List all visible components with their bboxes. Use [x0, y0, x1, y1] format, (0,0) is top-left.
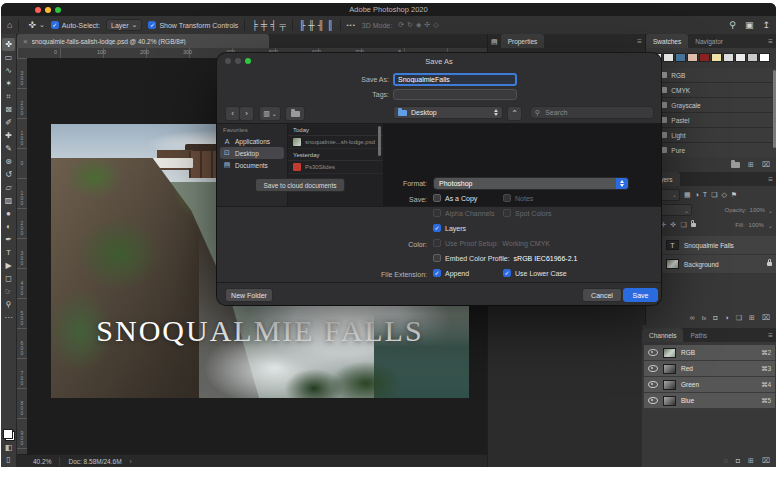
- layer-row-background[interactable]: Background: [646, 255, 776, 274]
- trash-icon[interactable]: ⌧: [762, 161, 770, 169]
- distribute-vertical-icon[interactable]: ║: [327, 21, 333, 30]
- load-selection-icon[interactable]: ◌: [724, 457, 728, 464]
- tab-channels[interactable]: Channels: [642, 328, 683, 342]
- chevron-down-icon[interactable]: ⌄: [768, 222, 773, 229]
- lock-all-icon[interactable]: [691, 223, 696, 227]
- swatch-group-light[interactable]: ›Light: [646, 128, 776, 143]
- back-button[interactable]: ‹: [225, 106, 240, 121]
- tab-navigator[interactable]: Navigator: [688, 34, 730, 48]
- visibility-eye-icon[interactable]: [648, 365, 658, 372]
- close-tab-icon[interactable]: ×: [23, 37, 28, 46]
- use-lower-case-checkbox[interactable]: ✓ Use Lower Case: [503, 269, 567, 277]
- color-swatch[interactable]: [759, 53, 770, 62]
- color-swatch[interactable]: [675, 53, 686, 62]
- layers-checkbox[interactable]: ✓ Layers: [433, 224, 466, 232]
- sidebar-item-applications[interactable]: A Applications: [220, 135, 284, 147]
- color-swatch[interactable]: [711, 53, 722, 62]
- save-to-cloud-button[interactable]: Save to cloud documents: [255, 178, 345, 192]
- filter-pixel-icon[interactable]: ▦: [684, 191, 691, 199]
- swatch-group-cmyk[interactable]: ›CMYK: [646, 83, 776, 98]
- color-swatch[interactable]: [747, 53, 758, 62]
- filter-smart-icon[interactable]: ◇: [721, 191, 726, 199]
- panel-menu-icon[interactable]: ≡: [768, 37, 773, 46]
- fill-value[interactable]: 100%: [749, 222, 764, 228]
- tab-paths[interactable]: Paths: [683, 328, 714, 342]
- save-button[interactable]: Save: [623, 288, 658, 302]
- color-swatch[interactable]: [687, 53, 698, 62]
- new-group-folder-icon[interactable]: [731, 162, 740, 168]
- new-group-icon[interactable]: ❏: [736, 314, 742, 322]
- visibility-eye-icon[interactable]: [648, 381, 658, 388]
- append-checkbox[interactable]: ✓ Append: [433, 269, 469, 277]
- color-swatch[interactable]: [699, 53, 710, 62]
- lock-artboard-icon[interactable]: ❏: [680, 221, 686, 229]
- search-field[interactable]: ⚲: [530, 106, 654, 119]
- link-layers-icon[interactable]: ∞: [690, 314, 695, 321]
- document-tab[interactable]: × snoqualmie-falls-salish-lodge.psd @ 40…: [17, 34, 269, 48]
- share-icon[interactable]: ↥: [762, 21, 770, 30]
- up-folder-button[interactable]: ⌃: [507, 106, 522, 121]
- new-layer-icon[interactable]: ⊞: [749, 314, 755, 322]
- layer-effects-icon[interactable]: fx: [702, 315, 707, 321]
- tool-crop[interactable]: ⌗: [2, 90, 15, 103]
- trash-icon[interactable]: ⌧: [762, 457, 770, 465]
- lock-position-icon[interactable]: ✜: [671, 221, 677, 229]
- zoom-level[interactable]: 40.2%: [33, 458, 51, 465]
- swatch-group-rgb[interactable]: ›RGB: [646, 68, 776, 83]
- tool-clone-stamp[interactable]: ⊛: [2, 155, 15, 168]
- edit-toolbar-icon[interactable]: ⋯: [2, 311, 15, 324]
- adjustment-layer-icon[interactable]: ◑: [725, 314, 729, 321]
- tags-input[interactable]: [393, 89, 517, 100]
- workspace-icon[interactable]: ▣: [745, 21, 754, 30]
- tool-shape[interactable]: ◻: [2, 272, 15, 285]
- tool-blur[interactable]: ●: [2, 207, 15, 220]
- new-folder-button[interactable]: New Folder: [225, 288, 273, 302]
- forward-button[interactable]: ›: [239, 106, 254, 121]
- channel-row-red[interactable]: Red ⌘3: [644, 361, 775, 377]
- tool-type[interactable]: T: [2, 246, 15, 259]
- tool-move[interactable]: ✜: [2, 38, 15, 51]
- folder-action-button[interactable]: [285, 106, 305, 121]
- cancel-button[interactable]: Cancel: [582, 288, 622, 302]
- home-icon[interactable]: ⌂: [7, 21, 12, 30]
- show-transform-checkbox[interactable]: ✓ Show Transform Controls: [148, 21, 238, 29]
- tool-dodge[interactable]: ◐: [2, 220, 15, 233]
- color-swatch[interactable]: [735, 53, 746, 62]
- tool-history-brush[interactable]: ↺: [2, 168, 15, 181]
- scrollbar[interactable]: [773, 70, 776, 148]
- color-swatch[interactable]: [723, 53, 734, 62]
- tool-eyedropper[interactable]: ✐: [2, 116, 15, 129]
- foreground-color-swatch[interactable]: [3, 429, 13, 439]
- search-input[interactable]: [543, 108, 637, 117]
- color-swatch[interactable]: [663, 53, 674, 62]
- align-top-icon[interactable]: ╤: [280, 21, 286, 30]
- filter-toggle-icon[interactable]: ⚑: [731, 191, 737, 199]
- layer-mask-icon[interactable]: ◘: [713, 314, 717, 321]
- filter-shape-icon[interactable]: ❏: [711, 191, 717, 199]
- tool-brush[interactable]: ✎: [2, 142, 15, 155]
- location-dropdown[interactable]: Desktop: [393, 106, 503, 119]
- lock-pixels-icon[interactable]: ✛: [661, 221, 667, 229]
- visibility-eye-icon[interactable]: [648, 349, 658, 356]
- tool-healing-brush[interactable]: ✚: [2, 129, 15, 142]
- chevron-down-icon[interactable]: ⌄: [768, 207, 773, 214]
- tool-lasso[interactable]: ∿: [2, 64, 15, 77]
- format-dropdown[interactable]: Photoshop: [433, 177, 629, 190]
- tool-gradient[interactable]: ▨: [2, 194, 15, 207]
- auto-select-checkbox[interactable]: ✓ Auto-Select:: [51, 21, 100, 29]
- channel-row-blue[interactable]: Blue ⌘5: [644, 393, 775, 409]
- screen-mode-icon[interactable]: ▯: [6, 455, 10, 464]
- distribute-left-icon[interactable]: ╟: [299, 21, 305, 30]
- tab-properties[interactable]: Properties: [501, 34, 545, 48]
- distribute-center-icon[interactable]: ╫: [308, 21, 314, 30]
- scrollbar[interactable]: [378, 126, 381, 156]
- tool-marquee[interactable]: ▭: [2, 51, 15, 64]
- tool-eraser[interactable]: ▱: [2, 181, 15, 194]
- panel-menu-icon[interactable]: ≡: [768, 331, 773, 340]
- status-chevron-icon[interactable]: ›: [130, 458, 132, 465]
- auto-select-dropdown[interactable]: Layer ⌄: [106, 19, 142, 31]
- tool-zoom[interactable]: ⚲: [2, 298, 15, 311]
- panel-menu-icon[interactable]: ≡: [637, 37, 642, 46]
- channel-row-green[interactable]: Green ⌘4: [644, 377, 775, 393]
- view-mode-button[interactable]: ▥ ⌄: [259, 106, 281, 121]
